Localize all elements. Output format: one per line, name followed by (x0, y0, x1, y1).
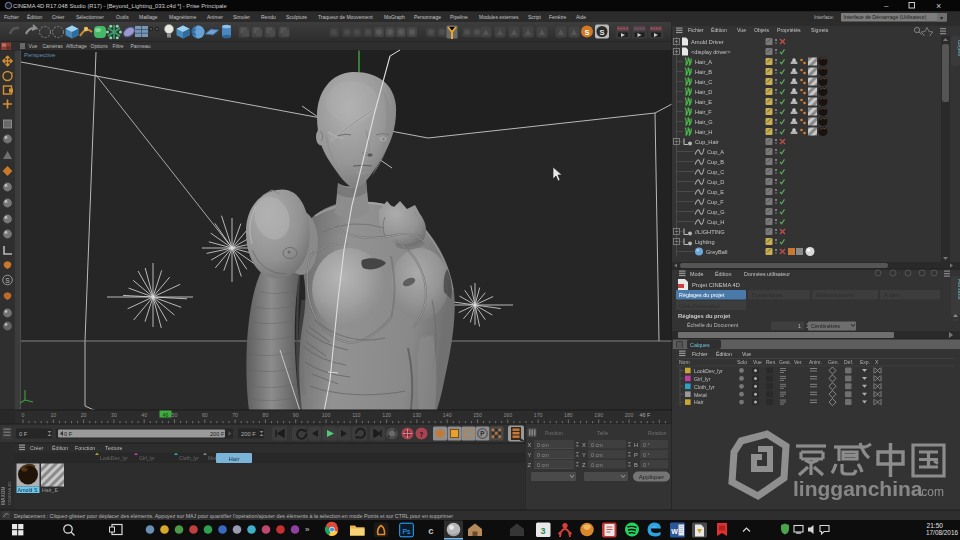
svg-text:W: W (671, 528, 678, 535)
svg-text:Vue: Vue (737, 27, 746, 33)
svg-text:Propriétés: Propriétés (777, 27, 801, 33)
svg-text:Objets: Objets (754, 27, 769, 33)
svg-text:Données utilisateur: Données utilisateur (744, 271, 790, 277)
svg-text:Cup_D: Cup_D (707, 179, 724, 185)
svg-text:1: 1 (798, 323, 801, 329)
svg-text:Vue: Vue (29, 43, 38, 49)
svg-text:Cup_H: Cup_H (707, 219, 724, 225)
svg-text:Cloth_lyr: Cloth_lyr (179, 455, 199, 461)
svg-text:Vue: Vue (753, 359, 762, 365)
svg-text:×: × (936, 1, 941, 11)
svg-text:110: 110 (352, 412, 360, 418)
svg-text:LookDev_lyr: LookDev_lyr (100, 455, 128, 461)
svg-text:0: 0 (22, 412, 25, 418)
svg-text:Rotation: Rotation (648, 430, 667, 436)
svg-text:3: 3 (540, 526, 545, 536)
svg-text:Échelle du Document: Échelle du Document (687, 322, 739, 328)
svg-text:S: S (599, 28, 604, 37)
svg-text:Édition: Édition (27, 14, 43, 20)
svg-text:30: 30 (111, 412, 117, 418)
svg-text:Hair_G: Hair_G (695, 119, 713, 125)
svg-text:Cloth_lyr: Cloth_lyr (694, 384, 715, 390)
svg-text:Modules externes: Modules externes (479, 14, 519, 20)
svg-text:140: 140 (443, 412, 452, 418)
svg-text:Arnold Driver: Arnold Driver (691, 39, 724, 45)
svg-text:120: 120 (382, 412, 391, 418)
svg-text:Girl_lyr: Girl_lyr (694, 376, 711, 382)
svg-text:40: 40 (141, 412, 147, 418)
svg-text:100: 100 (322, 412, 331, 418)
svg-text:Réglages du projet: Réglages du projet (679, 292, 725, 298)
svg-text:Hair_A: Hair_A (695, 59, 712, 65)
svg-text:Lighting: Lighting (695, 239, 715, 245)
svg-text:150: 150 (473, 412, 482, 418)
svg-text:17/08/2016: 17/08/2016 (926, 529, 958, 536)
svg-text:S: S (585, 29, 590, 36)
svg-text:Cup_C: Cup_C (707, 169, 724, 175)
svg-text:Perspective: Perspective (24, 52, 56, 58)
svg-text:Hair_C: Hair_C (695, 79, 712, 85)
svg-text:Maillage: Maillage (139, 14, 158, 20)
svg-text:0 cm: 0 cm (591, 452, 603, 458)
svg-text:0 F: 0 F (64, 431, 73, 437)
svg-text:160: 160 (503, 412, 512, 418)
svg-text:70: 70 (232, 412, 238, 418)
svg-text:46: 46 (163, 412, 169, 418)
svg-text:Dynamiques: Dynamiques (752, 292, 783, 298)
svg-text:<display driver>: <display driver> (691, 49, 731, 55)
svg-text:MAXON: MAXON (1, 487, 6, 505)
svg-text:Cup_G: Cup_G (707, 209, 725, 215)
svg-text:Y: Y (528, 452, 532, 458)
svg-text:0 cm: 0 cm (537, 452, 549, 458)
svg-text:Hair_E: Hair_E (695, 99, 712, 105)
svg-text:Solo: Solo (737, 359, 747, 365)
svg-text:Sculpture: Sculpture (286, 14, 307, 20)
svg-text:Traqueur de Mouvement: Traqueur de Mouvement (318, 14, 373, 20)
svg-text:130: 130 (413, 412, 422, 418)
svg-text:▾: ▾ (940, 15, 943, 21)
svg-text:Interface:: Interface: (814, 15, 834, 20)
svg-text:À faire: À faire (884, 292, 900, 298)
svg-text:21:50: 21:50 (926, 522, 943, 529)
svg-text:Script: Script (528, 14, 541, 20)
svg-text:GreyBall: GreyBall (706, 249, 727, 255)
svg-text:Mode: Mode (690, 271, 704, 277)
svg-text:Ps: Ps (402, 528, 411, 535)
svg-text:Clés d’animation: Clés d’animation (679, 303, 720, 309)
svg-text:Vue: Vue (742, 351, 751, 357)
svg-text:0 F: 0 F (19, 431, 28, 437)
svg-text:Cup_A: Cup_A (707, 149, 724, 155)
svg-text:Options: Options (91, 43, 109, 49)
svg-text:Fichier: Fichier (4, 14, 19, 20)
svg-text:170: 170 (534, 412, 543, 418)
svg-text:50: 50 (172, 412, 178, 418)
svg-text:Fichier: Fichier (692, 351, 708, 357)
svg-text:0 cm: 0 cm (537, 442, 549, 448)
svg-text://LIGHTING: //LIGHTING (695, 229, 725, 235)
svg-text:Exp.: Exp. (860, 359, 870, 365)
svg-text:Pipeline: Pipeline (450, 14, 468, 20)
svg-text:Taille: Taille (597, 430, 609, 436)
svg-text:.com: .com (918, 485, 944, 499)
svg-text:lingganchina: lingganchina (793, 477, 923, 500)
svg-text:Cup_Hair: Cup_Hair (695, 139, 719, 145)
svg-text:Réglages du projet: Réglages du projet (678, 313, 730, 319)
svg-text:0 cm: 0 cm (591, 462, 603, 468)
svg-text:10: 10 (50, 412, 56, 418)
svg-text:CINEMA 4D: CINEMA 4D (7, 481, 12, 505)
svg-text:Personnage: Personnage (414, 14, 441, 20)
svg-text:Interface de Démarrage (Utilis: Interface de Démarrage (Utilisateur) (844, 14, 927, 20)
svg-text:Simuler: Simuler (233, 14, 250, 20)
svg-text:P: P (480, 430, 485, 437)
svg-text:Édition: Édition (711, 27, 727, 33)
svg-text:P: P (634, 452, 638, 458)
svg-text:90: 90 (293, 412, 299, 418)
svg-text:Édition: Édition (715, 271, 731, 277)
svg-text:Sélectionner: Sélectionner (76, 14, 104, 20)
svg-text:»: » (305, 525, 310, 534)
svg-text:Arnold S: Arnold S (18, 487, 38, 493)
svg-text:c: c (428, 525, 433, 536)
svg-text:80: 80 (263, 412, 269, 418)
svg-text:LookDev_lyr: LookDev_lyr (694, 368, 723, 374)
svg-text:46 F: 46 F (640, 412, 651, 418)
